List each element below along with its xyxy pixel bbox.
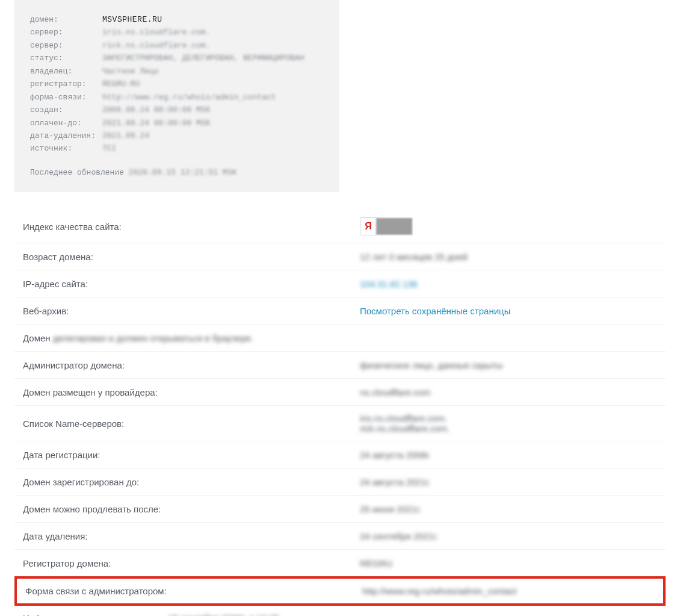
whois-value: ЗАРЕГИСТРИРОВАН, ДЕЛЕГИРОВАН, ВЕРИФИЦИРО…: [102, 52, 304, 64]
row-ip-address: IP-адрес сайта: 104.31.82.136: [14, 270, 666, 297]
archive-link[interactable]: Посмотреть сохранённые страницы: [360, 306, 510, 316]
label-delete: Дата удаления:: [23, 531, 360, 541]
row-reg-date: Дата регистрации: 24 августа 2008г.: [14, 441, 666, 468]
whois-label: оплачен-до:: [30, 117, 102, 129]
ns-line-1: iris.ns.cloudflare.com.: [360, 413, 657, 423]
whois-row: сервер: iris.ns.cloudflare.com.: [30, 26, 324, 39]
whois-row: регистратор: REGRU-RU: [30, 78, 324, 90]
label-archive: Веб-архив:: [23, 306, 360, 316]
whois-footer: Последнее обновление 2020.09.15 12:21:51…: [30, 166, 324, 179]
whois-label: владелец:: [30, 65, 102, 78]
value-quality: Я: [360, 217, 657, 235]
label-provider: Домен размещен у провайдера:: [23, 387, 360, 397]
value-regdate: 24 августа 2008г.: [360, 450, 657, 460]
label-reguntil: Домен зарегистрирован до:: [23, 477, 360, 487]
yandex-quality-badge: Я: [360, 217, 413, 235]
whois-label: статус:: [30, 52, 102, 64]
whois-footer-label: Последнее обновление: [30, 168, 124, 177]
whois-label: источник:: [30, 142, 102, 155]
row-domain-delegated: Домен делегирован и должен открываться в…: [14, 325, 666, 352]
whois-label: дата-удаления:: [30, 129, 102, 142]
whois-row: дата-удаления: 2021.09.24: [30, 129, 324, 142]
value-ns: iris.ns.cloudflare.com. rick.ns.cloudfla…: [360, 413, 657, 434]
whois-label: создан:: [30, 104, 102, 116]
row-admin: Администратор домена: физическое лицо, д…: [14, 352, 666, 379]
row-quality-index: Индекс качества сайта: Я: [14, 210, 666, 243]
value-provider: ns.cloudflare.com: [360, 387, 657, 397]
whois-row: источник: TCI: [30, 142, 324, 155]
whois-value: 2021.08.24 00:00:00 MSK: [102, 117, 210, 129]
whois-value: http://www.reg.ru/whois/admin_contact: [102, 91, 276, 104]
whois-value: 2008.08.24 00:00:00 MSK: [102, 104, 210, 116]
whois-row: владелец: Частное Лицо: [30, 65, 324, 78]
whois-row: форма-связи: http://www.reg.ru/whois/adm…: [30, 91, 324, 104]
label-regdate: Дата регистрации:: [23, 450, 360, 460]
whois-row: оплачен-до: 2021.08.24 00:00:00 MSK: [30, 117, 324, 129]
whois-value: REGRU-RU: [102, 78, 140, 90]
value-archive: Посмотреть сохранённые страницы: [360, 306, 657, 316]
row-provider: Домен размещен у провайдера: ns.cloudfla…: [14, 379, 666, 406]
value-registrar: REGRU: [360, 558, 657, 568]
value-admin: физическое лицо, данные скрыты: [360, 360, 657, 370]
obtained-prefix: Информация по домену получена: [23, 613, 166, 616]
whois-label: форма-связи:: [30, 91, 102, 104]
whois-row: сервер: rick.ns.cloudflare.com.: [30, 39, 324, 52]
value-renew: 25 июня 2021г.: [360, 504, 657, 514]
value-reguntil: 24 августа 2021г.: [360, 477, 657, 487]
whois-row-domain: домен: MSVSPHERE.RU: [30, 13, 324, 26]
row-registrar: Регистратор домена: REGRU: [14, 550, 666, 577]
label-contact: Форма связи с администратором:: [25, 586, 362, 596]
row-delete-date: Дата удаления: 24 сентября 2021г.: [14, 523, 666, 550]
row-admin-contact-form: Форма связи с администратором: http://ww…: [14, 576, 666, 606]
row-renew-after: Домен можно продлевать после: 25 июня 20…: [14, 496, 666, 523]
row-web-archive: Веб-архив: Посмотреть сохранённые страни…: [14, 297, 666, 325]
row-reg-until: Домен зарегистрирован до: 24 августа 202…: [14, 468, 666, 496]
whois-block: домен: MSVSPHERE.RU сервер: iris.ns.clou…: [14, 0, 339, 192]
label-registrar: Регистратор домена:: [23, 558, 360, 568]
whois-label: регистратор:: [30, 78, 102, 90]
value-contact: http://www.reg.ru/whois/admin_contact: [362, 586, 655, 596]
value-delete: 24 сентября 2021г.: [360, 531, 657, 541]
row-domain-age: Возраст домена: 12 лет 0 месяцев 25 дней: [14, 243, 666, 270]
row-info-obtained: Информация по домену получена 15 сентябр…: [14, 606, 666, 616]
label-ns: Список Name-серверов:: [23, 418, 360, 429]
value-age: 12 лет 0 месяцев 25 дней: [360, 252, 657, 262]
whois-row: статус: ЗАРЕГИСТРИРОВАН, ДЕЛЕГИРОВАН, ВЕ…: [30, 52, 324, 64]
label-admin: Администратор домена:: [23, 360, 360, 370]
whois-value: iris.ns.cloudflare.com.: [102, 26, 210, 39]
obtained-value: 15 сентября 2020г. в 12:25: [168, 613, 279, 616]
whois-value-domain: MSVSPHERE.RU: [102, 13, 162, 26]
whois-label: сервер:: [30, 39, 102, 52]
domain-rest: делегирован и должен открываться в брауз…: [53, 333, 253, 343]
whois-value: 2021.09.24: [102, 129, 149, 142]
ns-line-2: rick.ns.cloudflare.com.: [360, 423, 657, 434]
whois-label: домен:: [30, 13, 102, 26]
badge-bar: [376, 218, 412, 235]
label-age: Возраст домена:: [23, 252, 360, 262]
label-delegated: Домен делегирован и должен открываться в…: [23, 333, 253, 343]
label-ip: IP-адрес сайта:: [23, 279, 360, 289]
yandex-logo-icon: Я: [360, 218, 376, 235]
whois-value: rick.ns.cloudflare.com.: [102, 39, 210, 52]
whois-value: Частное Лицо: [102, 65, 159, 78]
value-ip[interactable]: 104.31.82.136: [360, 279, 657, 289]
whois-label: сервер:: [30, 26, 102, 39]
whois-value: TCI: [102, 142, 116, 155]
label-quality: Индекс качества сайта:: [23, 222, 360, 232]
whois-footer-value: 2020.09.15 12:21:51 MSK: [129, 168, 236, 177]
whois-row: создан: 2008.08.24 00:00:00 MSK: [30, 104, 324, 116]
domain-prefix: Домен: [23, 333, 51, 343]
domain-info-list: Индекс качества сайта: Я Возраст домена:…: [14, 210, 666, 616]
label-renew: Домен можно продлевать после:: [23, 504, 360, 514]
row-nameservers: Список Name-серверов: iris.ns.cloudflare…: [14, 406, 666, 441]
